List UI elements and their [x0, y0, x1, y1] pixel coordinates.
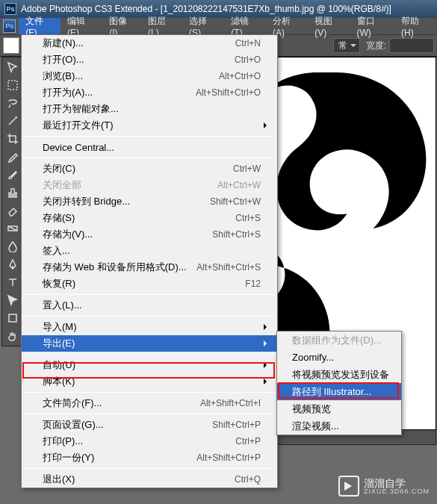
- type-tool-icon[interactable]: [4, 274, 22, 290]
- svg-rect-2: [9, 314, 16, 322]
- menu-item-shortcut: Alt+Shift+Ctrl+O: [196, 87, 261, 98]
- menu-item-label: 浏览(B)...: [43, 69, 219, 83]
- submenu-arrow-icon: [264, 340, 270, 346]
- width-label: 宽度:: [366, 40, 386, 52]
- shape-tool-icon[interactable]: [4, 310, 22, 326]
- menu-view[interactable]: 视图(V): [308, 18, 350, 34]
- export-submenu-item: 数据组作为文件(D)...: [277, 332, 401, 349]
- menu-separator: [23, 414, 276, 414]
- menu-item-label: 导入(M): [43, 320, 261, 334]
- menu-analysis[interactable]: 分析(A): [266, 18, 308, 34]
- menu-item-label: 自动(U): [43, 358, 261, 372]
- menu-separator: [23, 294, 276, 295]
- menu-item-label: Device Central...: [43, 142, 261, 153]
- menu-edit[interactable]: 编辑(E): [61, 18, 102, 34]
- gradient-tool-icon[interactable]: [4, 220, 22, 237]
- style-value: 常: [338, 40, 347, 52]
- menu-item-label: 新建(N)...: [43, 37, 235, 50]
- export-submenu-item[interactable]: 路径到 Illustrator...: [277, 383, 401, 400]
- document-title: [1_2012082221475­31E7Xb_thumb.jpg @ 100%…: [161, 4, 391, 14]
- menu-filter[interactable]: 滤镜(T): [224, 18, 266, 34]
- menu-item-shortcut: Ctrl+W: [233, 164, 261, 174]
- menu-bar: Ps 文件(F) 编辑(E) 图像(I) 图层(L) 选择(S) 滤镜(T) 分…: [0, 18, 437, 34]
- menu-item-label: 存储为(V)...: [43, 228, 212, 241]
- crop-tool-icon[interactable]: [4, 131, 22, 147]
- brush-tool-icon[interactable]: [4, 167, 22, 183]
- file-menu-item[interactable]: 自动(U): [22, 357, 277, 373]
- menu-item-shortcut: Alt+Ctrl+O: [219, 71, 261, 81]
- export-submenu-item[interactable]: Zoomify...: [277, 349, 401, 366]
- file-menu-item[interactable]: 打开(O)...Ctrl+O: [22, 52, 277, 68]
- move-tool-icon[interactable]: [4, 59, 22, 75]
- menu-image[interactable]: 图像(I): [102, 18, 141, 34]
- file-menu-item: 关闭全部Alt+Ctrl+W: [22, 177, 277, 193]
- file-menu-item[interactable]: 新建(N)...Ctrl+N: [22, 35, 277, 52]
- play-icon: [338, 476, 359, 497]
- export-submenu-item[interactable]: 视频预览: [277, 400, 401, 417]
- file-menu-item[interactable]: 打印一份(Y)Alt+Shift+Ctrl+P: [22, 449, 277, 466]
- pen-tool-icon[interactable]: [4, 256, 22, 273]
- menu-item-shortcut: Alt+Ctrl+W: [217, 180, 261, 190]
- ps-icon[interactable]: Ps: [3, 19, 16, 33]
- menu-item-label: 文件简介(F)...: [43, 396, 200, 410]
- eraser-tool-icon[interactable]: [4, 202, 22, 219]
- menu-item-label: 导出(E): [43, 337, 261, 350]
- file-menu-item[interactable]: 置入(L)...: [22, 297, 277, 314]
- menu-select[interactable]: 选择(S): [182, 18, 224, 34]
- lasso-tool-icon[interactable]: [4, 95, 22, 111]
- eyedropper-tool-icon[interactable]: [4, 149, 22, 165]
- menu-window[interactable]: 窗口(W): [350, 18, 394, 34]
- menu-file[interactable]: 文件(F): [19, 18, 61, 34]
- hand-tool-icon[interactable]: [4, 328, 22, 344]
- menu-item-label: 打开为智能对象...: [43, 102, 261, 116]
- file-menu-item[interactable]: 恢复(R)F12: [22, 276, 277, 292]
- svg-rect-0: [8, 81, 17, 90]
- file-menu-item[interactable]: 存储为 Web 和设备所用格式(D)...Alt+Shift+Ctrl+S: [22, 259, 277, 276]
- file-menu-item[interactable]: Device Central...: [22, 139, 277, 155]
- menu-item-label: 脚本(K): [43, 375, 261, 388]
- export-submenu-item[interactable]: 渲染视频...: [277, 417, 401, 435]
- file-menu-item[interactable]: 导出(E): [22, 335, 277, 352]
- submenu-arrow-icon: [264, 122, 270, 128]
- menu-item-shortcut: Ctrl+O: [235, 55, 261, 65]
- tool-preset[interactable]: [3, 37, 19, 54]
- file-menu-item[interactable]: 存储(S)Ctrl+S: [22, 210, 277, 226]
- submenu-arrow-icon: [264, 324, 270, 330]
- file-menu-item[interactable]: 打印(P)...Ctrl+P: [22, 433, 277, 449]
- menu-item-shortcut: Ctrl+Q: [235, 474, 261, 485]
- menu-separator: [23, 158, 276, 158]
- file-menu-item[interactable]: 关闭并转到 Bridge...Shift+Ctrl+W: [22, 193, 277, 210]
- file-menu-item[interactable]: 签入...: [22, 243, 277, 259]
- style-dropdown[interactable]: 常: [333, 38, 360, 53]
- file-menu-item[interactable]: 存储为(V)...Shift+Ctrl+S: [22, 226, 277, 243]
- file-menu-item[interactable]: 导入(M): [22, 319, 277, 335]
- file-menu-item[interactable]: 脚本(K): [22, 373, 277, 390]
- marquee-tool-icon[interactable]: [4, 77, 22, 93]
- file-menu-item[interactable]: 打开为智能对象...: [22, 101, 277, 117]
- wand-tool-icon[interactable]: [4, 113, 22, 129]
- file-menu-item[interactable]: 关闭(C)Ctrl+W: [22, 161, 277, 177]
- menu-item-label: 页面设置(G)...: [43, 418, 212, 432]
- file-menu-item[interactable]: 浏览(B)...Alt+Ctrl+O: [22, 68, 277, 84]
- file-menu-item[interactable]: 最近打开文件(T): [22, 117, 277, 134]
- width-input[interactable]: [389, 38, 434, 53]
- file-menu-item[interactable]: 页面设置(G)...Shift+Ctrl+P: [22, 417, 277, 433]
- submenu-arrow-icon: [264, 379, 270, 385]
- menu-item-shortcut: Ctrl+S: [235, 213, 261, 223]
- menu-item-shortcut: F12: [245, 279, 261, 289]
- path-tool-icon[interactable]: [4, 292, 22, 308]
- export-submenu-item[interactable]: 将视频预览发送到设备: [277, 366, 401, 383]
- menu-layer[interactable]: 图层(L): [141, 18, 182, 34]
- blur-tool-icon[interactable]: [4, 238, 22, 255]
- file-menu-item[interactable]: 打开为(A)...Alt+Shift+Ctrl+O: [22, 84, 277, 101]
- menu-item-shortcut: Alt+Shift+Ctrl+I: [200, 398, 261, 408]
- menu-help[interactable]: 帮助(H): [394, 18, 437, 34]
- file-menu-item[interactable]: 退出(X)Ctrl+Q: [22, 471, 277, 488]
- menu-item-label: 签入...: [43, 244, 261, 258]
- stamp-tool-icon[interactable]: [4, 184, 22, 201]
- menu-item-label: 关闭(C): [43, 162, 233, 175]
- export-submenu: 数据组作为文件(D)...Zoomify...将视频预览发送到设备路径到 Ill…: [276, 331, 402, 435]
- file-menu-item[interactable]: 文件简介(F)...Alt+Shift+Ctrl+I: [22, 395, 277, 411]
- menu-separator: [23, 392, 276, 393]
- menu-item-shortcut: Alt+Shift+Ctrl+S: [196, 262, 261, 273]
